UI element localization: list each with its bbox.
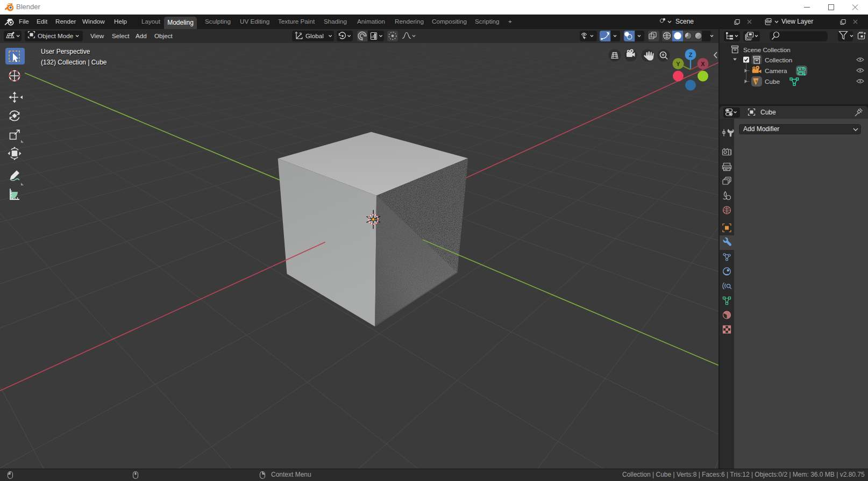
svg-text:X: X bbox=[701, 61, 705, 67]
svg-text:Z: Z bbox=[689, 52, 693, 58]
svg-text:Y: Y bbox=[676, 61, 680, 67]
